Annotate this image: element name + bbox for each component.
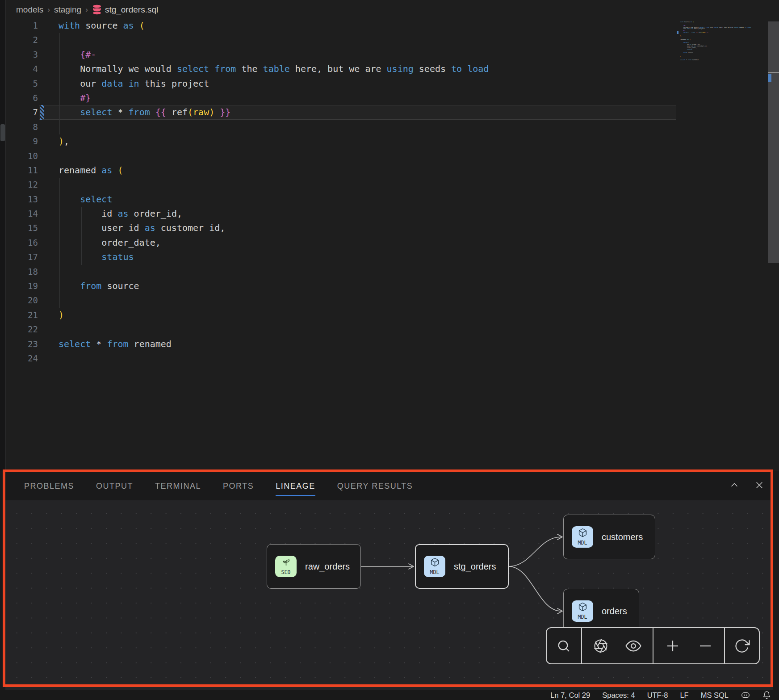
cube-badge: MDL: [572, 600, 593, 622]
code-line[interactable]: 6 #}: [0, 91, 676, 105]
refresh-icon[interactable]: [729, 638, 755, 654]
aperture-icon[interactable]: [587, 638, 614, 654]
editor-scrollbar[interactable]: [768, 21, 779, 263]
token: from: [214, 63, 236, 74]
code-line[interactable]: 17 status: [0, 250, 676, 264]
tab-ports[interactable]: PORTS: [223, 482, 254, 491]
token: in: [129, 78, 139, 89]
minimap[interactable]: with source as ( {#- Normally we would s…: [680, 21, 755, 63]
code-line[interactable]: 9),: [0, 134, 676, 148]
code-line[interactable]: 18: [0, 264, 676, 279]
minimap-modified-marker: [677, 31, 678, 34]
lineage-node-orders[interactable]: MDLorders: [563, 589, 639, 633]
code-text: #}: [59, 91, 91, 105]
code-text: select * from renamed: [59, 337, 172, 351]
token: (: [117, 165, 123, 176]
lineage-node-customers[interactable]: MDLcustomers: [563, 515, 655, 559]
code-line[interactable]: 23select * from renamed: [0, 337, 676, 351]
token: [59, 107, 80, 117]
badge-label: SED: [281, 569, 291, 575]
lineage-node-raw_orders[interactable]: SEDraw_orders: [267, 544, 361, 589]
copilot-icon[interactable]: [741, 691, 750, 699]
token: customer_id,: [155, 222, 226, 233]
gutter-gap: [38, 105, 59, 119]
bell-icon[interactable]: [762, 691, 771, 700]
status-item-2[interactable]: UTF-8: [647, 691, 668, 700]
line-number: 4: [0, 62, 38, 76]
breadcrumb-separator: ›: [85, 5, 88, 14]
code-line[interactable]: 12: [0, 177, 676, 192]
token: select: [177, 63, 209, 74]
token: ): [59, 310, 64, 320]
code-line[interactable]: 13 select: [0, 192, 676, 206]
gutter-gap: [38, 293, 59, 307]
code-line[interactable]: 21): [0, 308, 676, 322]
line-number: 20: [0, 293, 38, 307]
code-editor[interactable]: 1with source as (23 {#-4 Normally we wou…: [0, 18, 676, 365]
status-item-1[interactable]: Spaces: 4: [602, 691, 635, 700]
code-text: renamed as (: [59, 163, 123, 177]
tab-lineage[interactable]: LINEAGE: [276, 482, 315, 491]
token: source: [80, 20, 123, 31]
code-line[interactable]: 1with source as (: [0, 18, 676, 33]
token: using: [387, 63, 414, 74]
token: load: [467, 63, 489, 74]
tab-output[interactable]: OUTPUT: [96, 482, 133, 491]
breadcrumb-item[interactable]: staging: [54, 5, 81, 15]
breadcrumb-file[interactable]: stg_orders.sql: [92, 4, 158, 15]
code-line[interactable]: 20: [0, 293, 676, 307]
code-line[interactable]: 24: [0, 351, 676, 365]
token: {#-: [80, 49, 96, 60]
token: as: [101, 165, 112, 176]
gutter-gap: [38, 250, 59, 264]
breadcrumb-separator: ›: [47, 5, 50, 14]
token: ): [59, 136, 64, 147]
code-line[interactable]: 19 from source: [0, 279, 676, 293]
close-icon[interactable]: [751, 477, 767, 493]
node-label: orders: [602, 606, 627, 616]
code-line[interactable]: 3 {#-: [0, 47, 676, 62]
breadcrumb-item[interactable]: models: [16, 5, 43, 15]
code-line[interactable]: 22: [0, 322, 676, 336]
code-line[interactable]: 7 select * from {{ ref(raw) }}: [0, 105, 676, 119]
token: [150, 107, 155, 117]
code-line[interactable]: 10: [0, 149, 676, 163]
line-number: 16: [0, 235, 38, 250]
cube-icon: [430, 557, 440, 569]
gutter-gap: [38, 264, 59, 279]
code-line[interactable]: 8: [0, 120, 676, 134]
token: [59, 281, 80, 291]
cube-badge: MDL: [572, 526, 593, 548]
indent-guide: [59, 178, 60, 308]
tab-problems[interactable]: PROBLEMS: [24, 482, 74, 491]
search-icon[interactable]: [550, 638, 577, 654]
code-line[interactable]: 15 user_id as customer_id,: [0, 221, 676, 235]
status-item-0[interactable]: Ln 7, Col 29: [550, 691, 590, 700]
line-number: 1: [0, 18, 38, 33]
code-line[interactable]: 2: [0, 33, 676, 47]
code-line[interactable]: 4 Normally we would select from the tabl…: [0, 62, 676, 76]
line-number: 23: [0, 337, 38, 351]
token: order_date,: [59, 237, 161, 248]
lineage-toolbar: [546, 627, 760, 664]
lineage-node-stg_orders[interactable]: MDLstg_orders: [415, 544, 509, 589]
code-line[interactable]: 16 order_date,: [0, 235, 676, 250]
minimap-line: [680, 61, 755, 63]
gutter-gap: [38, 279, 59, 293]
tab-terminal[interactable]: TERMINAL: [155, 482, 201, 491]
token: Normally we would: [59, 63, 177, 74]
line-number: 11: [0, 163, 38, 177]
code-line[interactable]: 5 our data in this project: [0, 76, 676, 91]
zoom-in-icon[interactable]: [659, 638, 686, 654]
code-line[interactable]: 14 id as order_id,: [0, 206, 676, 221]
code-line[interactable]: 11renamed as (: [0, 163, 676, 177]
line-number: 8: [0, 120, 38, 134]
eye-icon[interactable]: [620, 638, 647, 654]
status-item-3[interactable]: LF: [680, 691, 688, 700]
chevron-up-icon[interactable]: [726, 477, 742, 493]
gutter-gap: [38, 235, 59, 250]
tab-query-results[interactable]: QUERY RESULTS: [337, 482, 413, 491]
zoom-out-icon[interactable]: [692, 638, 719, 654]
status-item-4[interactable]: MS SQL: [701, 691, 729, 700]
lineage-canvas[interactable]: SEDraw_ordersMDLstg_ordersMDLcustomersMD…: [5, 500, 773, 700]
